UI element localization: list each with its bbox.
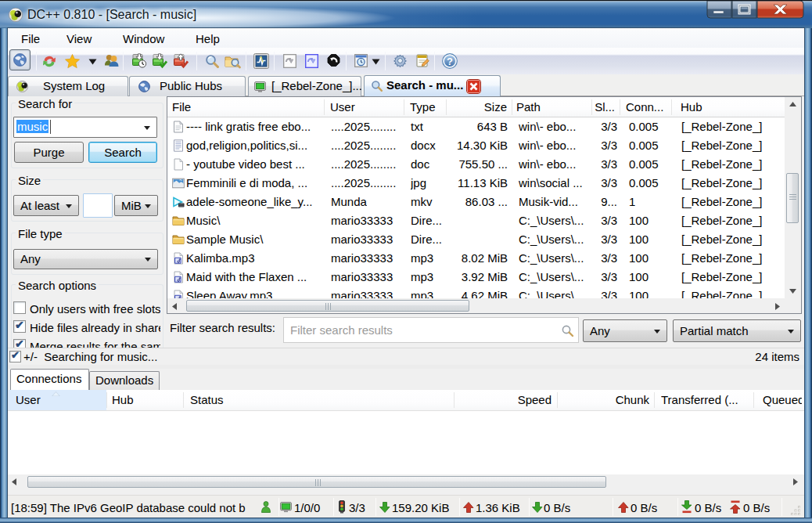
svg-text:?: ? bbox=[447, 56, 453, 67]
